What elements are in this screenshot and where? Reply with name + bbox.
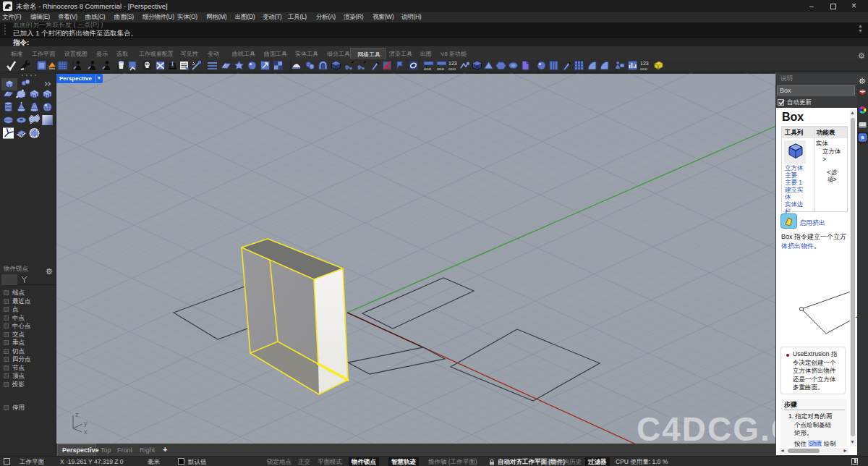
svg-text:ooo: ooo — [437, 67, 445, 71]
svg-text:y: y — [84, 420, 88, 427]
svg-text:123: 123 — [448, 61, 457, 66]
svg-text:C4DCG.C: C4DCG.C — [637, 410, 775, 444]
svg-text:123: 123 — [640, 61, 649, 66]
svg-text:z: z — [75, 411, 79, 418]
svg-text:ooo: ooo — [424, 67, 432, 71]
svg-text:ooo: ooo — [640, 67, 648, 71]
svg-text:ooo: ooo — [448, 67, 456, 71]
svg-text:x: x — [84, 428, 88, 436]
